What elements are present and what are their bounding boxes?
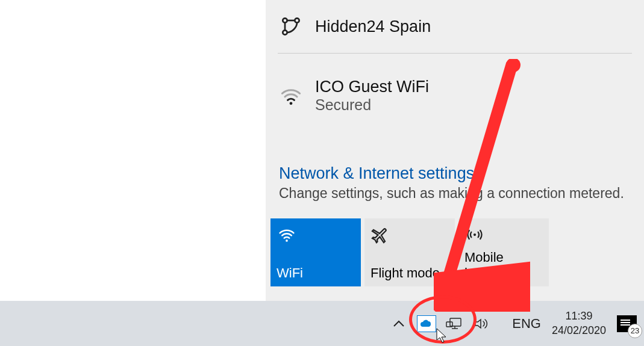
network-list: Hidden24 Spain ICO Guest WiFi Secured <box>266 0 644 127</box>
svg-point-5 <box>474 233 476 236</box>
tile-label: Mobile hotspot <box>464 250 543 280</box>
network-text: ICO Guest WiFi Secured <box>315 78 429 114</box>
system-tray <box>387 312 494 336</box>
network-name: ICO Guest WiFi <box>315 78 429 96</box>
taskbar: ENG 11:39 24/02/2020 23 <box>0 301 644 346</box>
network-name: Hidden24 Spain <box>315 17 431 36</box>
svg-point-2 <box>283 30 287 34</box>
date: 24/02/2020 <box>552 324 606 338</box>
svg-point-0 <box>283 18 287 22</box>
airplane-icon <box>370 224 449 246</box>
wifi-signal-icon <box>278 82 304 109</box>
action-center-button[interactable]: 23 <box>617 315 637 332</box>
network-item-vpn[interactable]: Hidden24 Spain <box>278 0 632 53</box>
wifi-icon <box>277 224 355 246</box>
network-status: Secured <box>315 96 429 114</box>
network-tray-icon[interactable] <box>442 312 466 336</box>
notification-badge: 23 <box>628 324 642 338</box>
clock[interactable]: 11:39 24/02/2020 <box>552 309 606 338</box>
svg-point-3 <box>290 102 293 105</box>
hotspot-icon <box>464 224 543 246</box>
svg-point-1 <box>295 18 299 22</box>
network-text: Hidden24 Spain <box>315 17 431 36</box>
settings-link-section: Network & Internet settings Change setti… <box>266 127 644 208</box>
network-item-wifi[interactable]: ICO Guest WiFi Secured <box>278 54 632 127</box>
desktop-background <box>0 0 257 301</box>
network-flyout: Hidden24 Spain ICO Guest WiFi Secured Ne… <box>266 0 644 301</box>
tile-label: Flight mode <box>370 265 449 280</box>
mobile-hotspot-tile[interactable]: Mobile hotspot <box>458 218 549 286</box>
quick-action-tiles: WiFi Flight mode Mobile hotspot <box>266 208 644 286</box>
network-settings-subtitle: Change settings, such as making a connec… <box>279 185 631 202</box>
network-settings-link[interactable]: Network & Internet settings <box>279 164 631 183</box>
time: 11:39 <box>552 309 606 323</box>
vpn-icon <box>278 13 304 40</box>
onedrive-tray-icon[interactable] <box>414 312 439 336</box>
volume-tray-icon[interactable] <box>470 312 494 336</box>
tile-label: WiFi <box>277 265 355 280</box>
tray-overflow-button[interactable] <box>387 312 411 336</box>
flight-mode-tile[interactable]: Flight mode <box>364 218 455 286</box>
svg-point-4 <box>286 239 288 242</box>
wifi-tile[interactable]: WiFi <box>270 218 361 286</box>
language-indicator[interactable]: ENG <box>512 316 541 332</box>
